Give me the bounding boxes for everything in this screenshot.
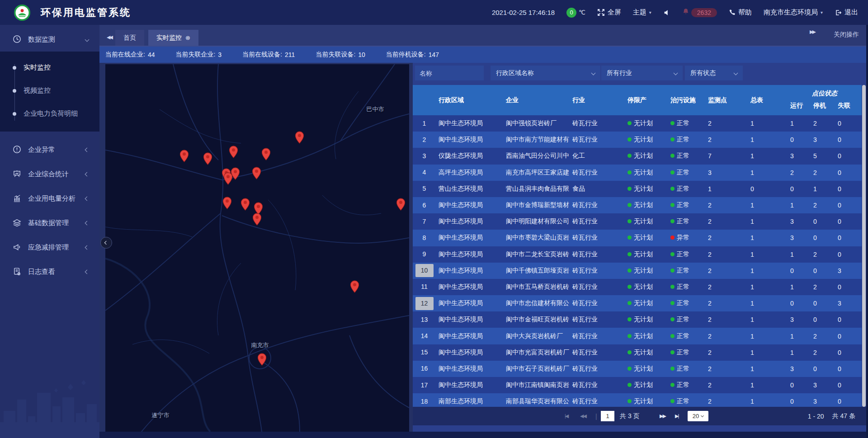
tab-label: 首页 (123, 34, 136, 42)
table-row[interactable]: 5 营山生态环境局 营山县润丰肉食品有限 食品 无计划 正常 1 0 0 1 0 (413, 181, 862, 197)
map-pin[interactable] (252, 167, 261, 179)
map-pin[interactable] (203, 152, 212, 165)
industry-filter-select[interactable]: 所有行业 (601, 66, 683, 80)
sidebar-subitem-label: 实时监控 (24, 63, 51, 72)
chevron-icon (85, 245, 90, 250)
cell-stopped: 2 (811, 333, 835, 340)
map-pin[interactable] (222, 197, 232, 209)
map-pin[interactable] (257, 353, 267, 366)
map-pin[interactable] (295, 131, 304, 144)
mute-speaker-button[interactable] (663, 9, 670, 16)
map-pin[interactable] (261, 148, 271, 160)
cell-industry: 砖瓦行业 (570, 332, 625, 340)
notification-count-badge: 2632 (691, 8, 717, 17)
cell-running: 0 (788, 398, 811, 405)
map-panel-collapse-button[interactable] (100, 237, 112, 249)
stat-value: 44 (148, 51, 155, 58)
sidebar-item-enterprise-abnormal[interactable]: 企业异常 (0, 137, 99, 162)
sidebar-item-base-data-manage[interactable]: 基础数据管理 (0, 211, 99, 235)
status-filter-select[interactable]: 所有状态 (685, 66, 743, 80)
content-area: 巴中市南充市遂宁市 行政区域名称 所有行业 所有状态 (99, 63, 868, 432)
map-pin[interactable] (229, 146, 238, 158)
cell-running: 1 (788, 349, 811, 356)
chevron-icon (85, 196, 90, 201)
tabs-scroll-right-button[interactable]: ▶▶ (810, 29, 818, 40)
row-index: 16 (413, 362, 436, 375)
table-row[interactable]: 10 阆中生态环境局 阆中千佛镇五郎垭页岩 砖瓦行业 无计划 正常 2 1 0 … (413, 263, 862, 279)
row-index: 2 (413, 133, 436, 146)
cell-disconnected: 0 (835, 120, 862, 127)
region-filter-select[interactable]: 行政区域名称 (491, 66, 600, 80)
table-row[interactable]: 17 阆中生态环境局 阆中市江南镇阆南页岩 砖瓦行业 无计划 正常 2 1 0 … (413, 377, 862, 393)
cell-industry: 砖瓦行业 (570, 169, 625, 177)
cell-industry: 砖瓦行业 (570, 201, 625, 209)
cell-production-limit: 无计划 (625, 217, 668, 226)
cell-industry: 砖瓦行业 (570, 217, 625, 226)
tab-home[interactable]: 首页 (115, 30, 144, 46)
table-row[interactable]: 12 阆中生态环境局 阆中市忠信建材有限公 砖瓦行业 无计划 正常 2 1 0 … (413, 295, 862, 311)
table-row[interactable]: 6 阆中生态环境局 阆中市金博瑞新型墙材 砖瓦行业 无计划 正常 2 1 1 2… (413, 197, 862, 213)
gauge-icon (13, 35, 22, 44)
table-row[interactable]: 18 南部生态环境局 南部县瑞华页岩有限公 砖瓦行业 无计划 正常 2 1 0 … (413, 393, 862, 407)
table-row[interactable]: 15 阆中生态环境局 阆中市光富页岩机砖厂 砖瓦行业 无计划 正常 2 1 1 … (413, 344, 862, 361)
tab-close-icon[interactable]: ⊗ (185, 34, 190, 41)
table-row[interactable]: 9 阆中生态环境局 阆中市二龙长宝页岩砖 砖瓦行业 无计划 正常 2 1 1 2… (413, 246, 862, 263)
cell-treatment: 异常 (668, 234, 705, 242)
fullscreen-button[interactable]: 全屏 (597, 8, 621, 17)
theme-button[interactable]: 主题 ▾ (633, 8, 651, 17)
map-viewport[interactable]: 巴中市南充市遂宁市 (105, 64, 409, 432)
sidebar-item-realtime-monitor[interactable]: 实时监控 (0, 56, 99, 79)
sidebar-item-emergency-reduction[interactable]: 应急减排管理 (0, 235, 99, 259)
page-size-select[interactable]: 20 (688, 411, 708, 421)
table-row[interactable]: 3 仪陇生态环境局 西南油气田分公司川中 化工 无计划 正常 7 1 3 5 0 (413, 148, 862, 164)
table-row[interactable]: 13 阆中生态环境局 阆中市金福旺页岩机砖 砖瓦行业 无计划 正常 2 1 3 … (413, 311, 862, 328)
map-pin[interactable] (241, 198, 250, 211)
logout-button[interactable]: 退出 (835, 8, 858, 17)
table-scrollbar[interactable] (862, 85, 866, 407)
tabs-scroll-left-button[interactable]: ◀◀ (107, 34, 115, 46)
org-dropdown[interactable]: 南充市生态环境局 ▾ (764, 8, 823, 17)
cell-stopped: 3 (811, 136, 835, 143)
sidebar-item-power-usage-analysis[interactable]: 企业用电量分析 (0, 186, 99, 211)
map-pin[interactable] (252, 213, 262, 226)
sidebar-item-label: 企业异常 (28, 146, 85, 154)
table-row[interactable]: 8 阆中生态环境局 阆中市枣碧大梁山页岩 砖瓦行业 无计划 异常 2 1 3 0… (413, 230, 862, 246)
page-number-input[interactable] (601, 411, 614, 421)
sidebar-item-power-load-detail[interactable]: 企业电力负荷明细 (0, 102, 99, 125)
map-pin[interactable] (350, 280, 359, 293)
cell-total-meter: 1 (748, 283, 788, 291)
total-count-label: 共 47 条 (832, 412, 855, 420)
cell-running: 1 (788, 202, 811, 209)
map-roads (105, 64, 409, 432)
tab-realtime-monitor[interactable]: 实时监控 ⊗ (148, 30, 198, 46)
map-pin[interactable] (396, 198, 406, 211)
chevron-down-icon (734, 71, 738, 75)
name-filter-input[interactable] (415, 66, 484, 80)
table-row[interactable]: 4 高坪生态环境局 南充市高坪区王家店建 砖瓦行业 无计划 正常 3 1 2 2… (413, 165, 862, 181)
table-row[interactable]: 14 阆中生态环境局 阆中大兴页岩机砖厂 砖瓦行业 无计划 正常 2 1 1 2… (413, 328, 862, 344)
first-page-button[interactable]: |◀ (565, 407, 568, 425)
map-pin[interactable] (179, 150, 189, 162)
last-page-button[interactable]: ▶| (675, 407, 678, 425)
cell-production-limit: 无计划 (625, 185, 668, 193)
help-button[interactable]: 帮助 (729, 8, 752, 17)
table-row[interactable]: 16 阆中生态环境局 阆中市石子页岩机砖厂 砖瓦行业 无计划 正常 2 1 3 … (413, 361, 862, 377)
cell-monitor-points: 2 (705, 120, 748, 127)
sidebar-item-data-monitor[interactable]: 数据监测 (0, 27, 99, 52)
previous-page-button[interactable]: ◀◀ (580, 407, 586, 425)
stat-value: 3 (218, 51, 222, 58)
close-operations-button[interactable]: 关闭操作 (834, 31, 859, 39)
sidebar-item-enterprise-statistics[interactable]: 企业综合统计 (0, 162, 99, 186)
cell-monitor-points: 2 (705, 218, 748, 225)
next-page-button[interactable]: ▶▶ (660, 407, 665, 425)
cell-total-meter: 0 (748, 185, 788, 193)
notification-button[interactable]: 2632 (682, 8, 717, 17)
table-row[interactable]: 1 阆中生态环境局 阆中强锐页岩砖厂 砖瓦行业 无计划 正常 2 1 1 2 0 (413, 115, 862, 132)
cell-treatment: 正常 (668, 397, 705, 405)
table-row[interactable]: 11 阆中生态环境局 阆中市五马桥页岩机砖 砖瓦行业 无计划 正常 2 1 1 … (413, 279, 862, 295)
map-pin[interactable] (223, 172, 233, 185)
table-row[interactable]: 2 阆中生态环境局 阆中市南方节能建材有 砖瓦行业 无计划 正常 2 1 0 3… (413, 132, 862, 148)
sidebar-item-video-monitor[interactable]: 视频监控 (0, 79, 99, 102)
table-row[interactable]: 7 阆中生态环境局 阆中明阳建材有限公司 砖瓦行业 无计划 正常 2 1 3 0… (413, 213, 862, 230)
sidebar-item-log-view[interactable]: 日志查看 (0, 259, 99, 284)
